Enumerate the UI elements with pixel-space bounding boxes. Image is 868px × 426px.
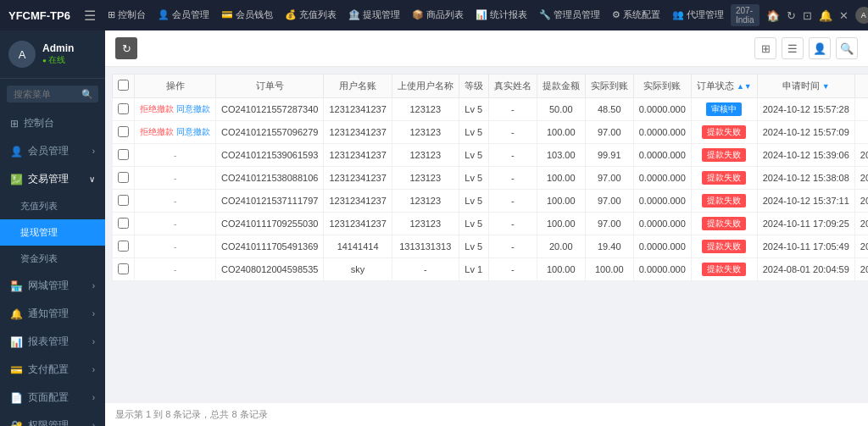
sidebar-item-trade[interactable]: 💹 交易管理 ∨ [0, 165, 105, 193]
refresh-nav-icon[interactable]: ↻ [787, 9, 796, 22]
nav-item-sysconfig[interactable]: ⚙ 系统配置 [607, 0, 665, 30]
row-checkbox-cell[interactable] [113, 235, 135, 258]
row-checkbox-cell[interactable] [113, 190, 135, 213]
row-checkbox-cell[interactable] [113, 258, 135, 281]
cell-actual2: 0.0000.000 [633, 235, 691, 258]
hamburger-icon[interactable]: ☰ [79, 8, 101, 24]
sidebar-item-permission[interactable]: 🔐 权限管理 › [0, 412, 105, 426]
trade-menu-icon: 💹 [10, 174, 23, 185]
grid-view-button[interactable]: ⊞ [754, 37, 776, 59]
table-row: -CO241012153808810612312341237123123Lv 5… [113, 167, 869, 190]
row-checkbox-cell[interactable] [113, 98, 135, 121]
sidebar-item-dashboard[interactable]: ⊞ 控制台 [0, 109, 105, 137]
content-toolbar: ↻ ⊞ ☰ 👤 🔍 [105, 30, 868, 67]
sidebar-item-shop[interactable]: 🏪 网城管理 › [0, 272, 105, 300]
cell-username: 12312341237 [324, 144, 392, 167]
nav-item-report[interactable]: 📊 统计报表 [470, 0, 532, 30]
list-view-button[interactable]: ☰ [782, 37, 804, 59]
sidebar-item-label: 充值列表 [20, 200, 58, 213]
action-link[interactable]: 拒绝撤款 [140, 127, 174, 136]
cell-username: 12312341237 [324, 190, 392, 213]
cell-actual2: 0.0000.000 [633, 121, 691, 144]
row-checkbox[interactable] [118, 241, 129, 252]
row-checkbox[interactable] [118, 263, 129, 274]
sidebar-item-payment[interactable]: 💳 支付配置 › [0, 356, 105, 384]
column-button[interactable]: 👤 [809, 37, 831, 59]
nav-item-goods[interactable]: 📦 商品列表 [407, 0, 469, 30]
sidebar-item-withdraw-manage[interactable]: 提现管理 [0, 219, 105, 246]
member-menu-icon: 👤 [10, 146, 23, 158]
row-checkbox[interactable] [118, 103, 129, 114]
col-apply-time[interactable]: 申请时间 ▼ [757, 75, 854, 98]
close-nav-icon[interactable]: ✕ [839, 9, 849, 22]
cell-amount: 103.00 [537, 144, 585, 167]
search-table-button[interactable]: 🔍 [836, 37, 858, 59]
cell-amount: 100.00 [537, 190, 585, 213]
empty-actions: - [174, 173, 177, 183]
sidebar-item-member[interactable]: 👤 会员管理 › [0, 137, 105, 165]
row-checkbox-cell[interactable] [113, 213, 135, 235]
col-level: 等级 [459, 75, 488, 98]
sidebar-item-report[interactable]: 📊 报表管理 › [0, 328, 105, 356]
row-checkbox[interactable] [118, 172, 129, 183]
cell-amount: 100.00 [537, 258, 585, 281]
nav-item-withdraw[interactable]: 🏦 提现管理 [343, 0, 405, 30]
cell-actual1: 48.50 [585, 98, 633, 121]
sidebar-item-recharge[interactable]: 充值列表 [0, 193, 105, 219]
nav-item-dashboard[interactable]: ⊞ 控制台 [103, 0, 151, 30]
row-checkbox[interactable] [118, 149, 129, 160]
row-checkbox[interactable] [118, 195, 129, 206]
cell-order-no: CO2410111709255030 [216, 213, 324, 235]
cell-level: Lv 5 [459, 167, 488, 190]
cell-real-name: - [488, 213, 537, 235]
layout-icon[interactable]: ⊡ [803, 9, 812, 22]
nav-item-wallet[interactable]: 💳 会员钱包 [216, 0, 278, 30]
refresh-button[interactable]: ↻ [115, 37, 137, 59]
sort-icon-2: ▼ [822, 82, 830, 91]
cell-parent-name: 123123 [392, 121, 459, 144]
table-row: -CO241012153711179712312341237123123Lv 5… [113, 190, 869, 213]
sidebar-menu: ⊞ 控制台 👤 会员管理 › 💹 交易管理 ∨ 充值列表 提现管理 [0, 109, 105, 426]
select-all-checkbox[interactable] [118, 80, 129, 91]
action-link[interactable]: 同意撤款 [176, 127, 210, 136]
cell-username: 12312341237 [324, 121, 392, 144]
row-checkbox-cell[interactable] [113, 144, 135, 167]
cell-order-no: CO2410121557287340 [216, 98, 324, 121]
home-icon[interactable]: 🏠 [766, 9, 780, 22]
cell-level: Lv 1 [459, 258, 488, 281]
cell-status: 提款失败 [691, 235, 757, 258]
nav-item-admin[interactable]: 🔧 管理员管理 [534, 0, 605, 30]
table-row: 拒绝撤款 同意撤款 CO2410121557287340123123412371… [113, 98, 869, 121]
admin-icon: 🔧 [539, 9, 551, 20]
cell-process-time: 2024-10-12 15:56:51 [854, 167, 868, 190]
row-checkbox[interactable] [118, 126, 129, 137]
row-checkbox-cell[interactable] [113, 167, 135, 190]
cell-process-time: 无 [854, 121, 868, 144]
status-badge: 提款失败 [702, 263, 746, 276]
goods-icon: 📦 [412, 9, 424, 20]
nav-item-recharge[interactable]: 💰 充值列表 [280, 0, 342, 30]
cell-status: 提款失败 [691, 144, 757, 167]
sidebar-item-label: 资金列表 [20, 252, 58, 265]
nav-item-member[interactable]: 👤 会员管理 [153, 0, 214, 30]
nav-item-agent[interactable]: 👥 代理管理 [667, 0, 729, 30]
notification-icon[interactable]: 🔔 [819, 9, 832, 22]
chevron-right-icon-4: › [92, 337, 95, 346]
cell-order-no: CO2410121539061593 [216, 144, 324, 167]
sidebar-item-fund-list[interactable]: 资金列表 [0, 246, 105, 272]
action-link[interactable]: 同意撤款 [176, 104, 210, 113]
empty-actions: - [174, 264, 177, 274]
action-link[interactable]: 拒绝撤款 [140, 104, 174, 113]
sidebar-user-info: Admin 在线 [42, 42, 74, 66]
sidebar-item-label: 会员管理 [28, 144, 69, 158]
col-status[interactable]: 订单状态 ▲▼ [691, 75, 757, 98]
cell-apply-time: 2024-10-12 15:38:08 [757, 167, 854, 190]
row-checkbox-cell[interactable] [113, 121, 135, 144]
sidebar-item-page-config[interactable]: 📄 页面配置 › [0, 384, 105, 412]
payment-menu-icon: 💳 [10, 364, 23, 376]
sidebar-search-box[interactable]: 🔍 [0, 79, 105, 109]
select-all-col[interactable] [113, 75, 135, 98]
row-checkbox[interactable] [118, 218, 129, 229]
sidebar-item-notification[interactable]: 🔔 通知管理 › [0, 300, 105, 328]
cell-actual2: 0.0000.000 [633, 144, 691, 167]
